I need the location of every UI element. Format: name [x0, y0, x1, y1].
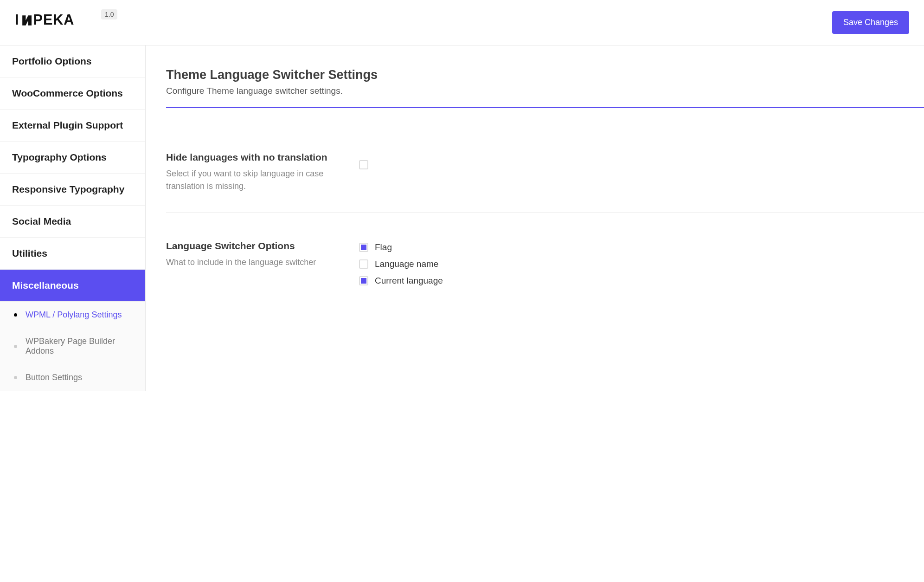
checkbox-hide-languages[interactable] [359, 160, 368, 169]
sidebar-item-responsive-typography[interactable]: Responsive Typography [0, 174, 145, 206]
sidebar-sub-item-button-settings[interactable]: Button Settings [0, 364, 145, 391]
sidebar-item-typography-options[interactable]: Typography Options [0, 142, 145, 174]
checkbox-language-name[interactable] [359, 259, 368, 269]
sidebar-item-utilities[interactable]: Utilities [0, 238, 145, 270]
checkbox-label: Current language [375, 276, 443, 286]
bullet-icon [14, 313, 17, 317]
title-underline [166, 107, 924, 108]
svg-text:I: I [15, 12, 19, 27]
setting-desc: What to include in the language switcher [166, 256, 340, 269]
version-badge: 1.0 [101, 9, 117, 19]
checkbox-row-current-language[interactable]: Current language [359, 276, 924, 286]
sidebar-sub-item-wpbakery[interactable]: WPBakery Page Builder Addons [0, 328, 145, 364]
sidebar-item-portfolio-options[interactable]: Portfolio Options [0, 45, 145, 78]
sidebar-item-woocommerce-options[interactable]: WooCommerce Options [0, 78, 145, 110]
setting-right [359, 152, 924, 193]
svg-text:PEKA: PEKA [33, 12, 75, 27]
sub-item-label: WPML / Polylang Settings [26, 310, 122, 320]
page-subtitle: Configure Theme language switcher settin… [166, 86, 924, 96]
sidebar-sub-item-wpml-polylang[interactable]: WPML / Polylang Settings [0, 302, 145, 328]
sidebar-item-social-media[interactable]: Social Media [0, 206, 145, 238]
setting-label: Hide languages with no translation [166, 152, 340, 163]
setting-left: Hide languages with no translation Selec… [166, 152, 359, 193]
checkbox-flag[interactable] [359, 243, 368, 252]
content: Theme Language Switcher Settings Configu… [146, 45, 924, 391]
bullet-icon [14, 345, 17, 348]
sidebar-item-external-plugin-support[interactable]: External Plugin Support [0, 110, 145, 142]
setting-desc: Select if you want to skip language in c… [166, 168, 340, 193]
logo-wrap: I PEKA 1.0 [15, 12, 117, 33]
setting-right: Flag Language name Current language [359, 240, 924, 286]
save-changes-button[interactable]: Save Changes [832, 11, 909, 34]
sidebar: Portfolio Options WooCommerce Options Ex… [0, 45, 146, 391]
checkbox-group: Flag Language name Current language [359, 242, 924, 286]
checkbox-row-flag[interactable]: Flag [359, 242, 924, 252]
checkbox-label: Flag [375, 242, 392, 252]
logo: I PEKA [15, 12, 98, 33]
checkbox-current-language[interactable] [359, 276, 368, 285]
header: I PEKA 1.0 Save Changes [0, 0, 924, 45]
page-title: Theme Language Switcher Settings [166, 68, 924, 82]
layout: Portfolio Options WooCommerce Options Ex… [0, 45, 924, 391]
setting-hide-languages: Hide languages with no translation Selec… [166, 141, 924, 213]
sub-item-label: Button Settings [26, 373, 82, 382]
checkbox-label: Language name [375, 259, 438, 269]
sidebar-sub-items: WPML / Polylang Settings WPBakery Page B… [0, 302, 145, 391]
sidebar-item-miscellaneous[interactable]: Miscellaneous [0, 270, 145, 302]
setting-switcher-options: Language Switcher Options What to includ… [166, 229, 924, 305]
bullet-icon [14, 376, 17, 379]
setting-left: Language Switcher Options What to includ… [166, 240, 359, 286]
checkbox-row-language-name[interactable]: Language name [359, 259, 924, 269]
sub-item-label: WPBakery Page Builder Addons [26, 336, 133, 356]
setting-label: Language Switcher Options [166, 240, 340, 252]
